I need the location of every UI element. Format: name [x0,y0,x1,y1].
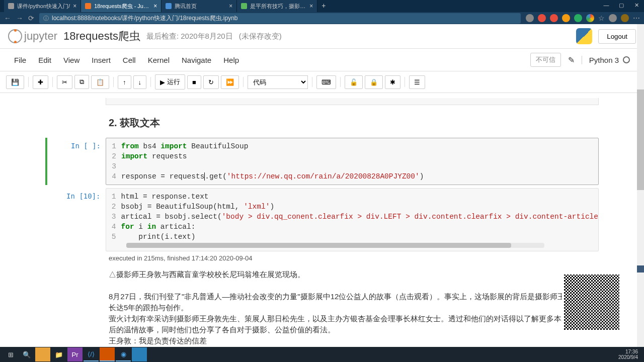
ext-icon[interactable] [574,14,582,22]
run-button[interactable]: ▶运行 [155,74,185,89]
save-button[interactable]: 💾 [6,75,24,89]
lock-open-button[interactable]: 🔓 [345,75,363,89]
section-heading: 2. 获取文本 [109,116,599,130]
nav-refresh-icon[interactable]: ⟳ [28,14,34,22]
freeze-button[interactable]: ✱ [385,75,400,89]
nav-forward-icon[interactable]: → [16,14,23,22]
jupyter-logo[interactable]: jupyter [8,29,57,43]
favorite-icon[interactable]: ☆ [598,14,605,22]
menu-icon[interactable]: ⋯ [633,14,640,22]
browser-tab-bar: 课件/python快速入门/× 18requests爬虫 - Jupyter N… [0,0,644,12]
menu-edit[interactable]: Edit [38,56,51,64]
kernel-status-icon [623,56,630,63]
paste-button[interactable]: 📋 [91,75,109,89]
menu-view[interactable]: View [63,56,79,64]
menu-bar: File Edit View Insert Cell Kernel Naviga… [0,49,644,71]
ext-icon[interactable] [538,14,546,22]
execution-time: executed in 215ms, finished 17:14:20 202… [109,254,599,262]
tab-label: 18requests爬虫 - Jupyter Noteb [94,3,150,10]
menu-navigate[interactable]: Navigate [182,56,211,64]
ext-icon[interactable] [526,14,534,22]
cell-prompt: In [ ]: [45,138,106,185]
tab-close-icon[interactable]: × [309,3,313,10]
tab-close-icon[interactable]: × [229,3,232,10]
code-cell-selected[interactable]: In [ ]: 1from bs4 import BeautifulSoup2i… [45,138,599,185]
notebook-area: 2. 获取文本 In [ ]: 1from bs4 import Beautif… [0,93,644,347]
ext-icon[interactable] [550,14,558,22]
window-close[interactable]: ✕ [629,0,644,10]
keyboard-button[interactable]: ⌨ [316,75,336,89]
stop-button[interactable]: ■ [187,75,201,89]
code-editor[interactable]: 1html = response.text2bsobj = BeautifulS… [106,188,599,251]
browser-tab[interactable]: 是平所有技巧，摄影师王身敦川× [237,0,317,12]
menu-kernel[interactable]: Kernel [148,56,170,64]
cell-output: △摄影师王身敦与西藏盲童学校校长尼玛翁堆在展览现场。 8月27日，我们刊登了"非… [109,269,599,347]
jupyter-header: jupyter 18requests爬虫 最后检查: 2020年8月20日 (未… [0,24,644,49]
cut-button[interactable]: ✂ [57,75,72,89]
tab-label: 腾讯首页 [175,3,226,10]
ext-icon[interactable] [586,14,594,22]
cell-type-select[interactable]: 代码 [248,75,308,89]
ext-icon[interactable] [562,14,570,22]
copy-button[interactable]: ⧉ [74,75,89,89]
menu-file[interactable]: File [14,56,26,64]
tab-label: 是平所有技巧，摄影师王身敦川 [250,3,306,10]
nav-back-icon[interactable]: ← [4,14,11,22]
fast-forward-button[interactable]: ⏩ [221,75,239,89]
menu-cell[interactable]: Cell [123,56,136,64]
restart-button[interactable]: ↻ [203,75,219,89]
trust-indicator[interactable]: 不可信 [530,53,561,67]
logout-button[interactable]: Logout [598,29,636,44]
browser-tab[interactable]: 腾讯首页× [162,0,237,12]
code-cell[interactable]: In [10]: 1html = response.text2bsobj = B… [45,188,599,251]
ext-icon[interactable] [609,14,617,22]
move-down-button[interactable]: ↓ [133,75,147,89]
browser-tab-active[interactable]: 18requests爬虫 - Jupyter Noteb× [81,0,162,12]
window-minimize[interactable]: — [599,0,614,10]
cell-prompt: In [10]: [45,188,106,251]
window-maximize[interactable]: ▢ [614,0,629,10]
toolbar: 💾 ✚ ✂ ⧉ 📋 ↑ ↓ ▶运行 ■ ↻ ⏩ 代码 ⌨ 🔓 🔒 ✱ ☰ [0,71,644,93]
menu-help[interactable]: Help [223,56,239,64]
checkpoint-label: 最后检查: 2020年8月20日 [146,32,233,41]
horizontal-scrollbar[interactable] [126,243,545,248]
kernel-label: Python 3 [589,56,619,64]
lock-button[interactable]: 🔒 [365,75,383,89]
code-editor[interactable]: 1from bs4 import BeautifulSoup2import re… [106,138,599,185]
info-icon: ⓘ [43,15,49,22]
notebook-title[interactable]: 18requests爬虫 [63,29,140,44]
tab-label: 课件/python快速入门/ [17,3,70,10]
add-cell-button[interactable]: ✚ [33,75,48,89]
browser-tab[interactable]: 课件/python快速入门/× [4,0,81,12]
tab-close-icon[interactable]: × [73,3,76,10]
python-logo-icon [576,28,592,44]
menu-insert[interactable]: Insert [92,56,111,64]
toc-button[interactable]: ☰ [409,75,425,89]
move-up-button[interactable]: ↑ [118,75,131,89]
edit-icon[interactable]: ✎ [568,55,575,65]
qr-code-overlay [562,273,621,332]
tab-close-icon[interactable]: × [153,3,157,10]
profile-icon[interactable] [621,14,629,22]
unsaved-label: (未保存改变) [239,32,282,41]
new-tab-button[interactable]: + [317,0,330,12]
vertical-scrollbar[interactable] [637,24,644,347]
address-bar[interactable]: ⓘ localhost:8888/notebooks/课件/python快速入门… [39,13,521,24]
url-text: localhost:8888/notebooks/课件/python快速入门/1… [52,14,238,23]
